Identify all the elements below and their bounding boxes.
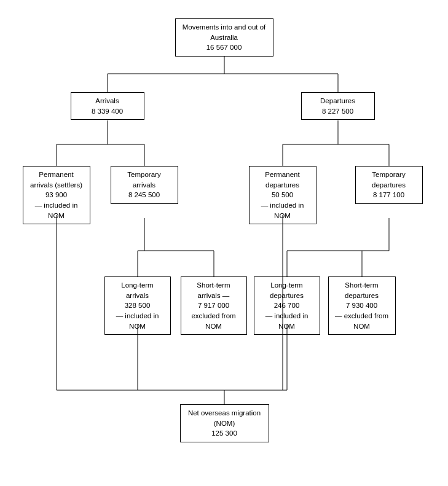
long-term-arrivals-text: Long-termarrivals328 500— included inNOM [116, 281, 159, 330]
arrivals-box: Arrivals 8 339 400 [71, 92, 144, 120]
boxes-layer: Movements into and out ofAustralia 16 56… [9, 12, 439, 479]
short-term-arrivals-text: Short-termarrivals —7 917 000excluded fr… [191, 281, 235, 330]
long-term-departures-box: Long-termdepartures246 700— included inN… [254, 276, 320, 335]
temporary-arrivals-label: Temporaryarrivals [127, 171, 160, 189]
temporary-arrivals-value: 8 245 500 [128, 191, 160, 198]
short-term-arrivals-box: Short-termarrivals —7 917 000excluded fr… [181, 276, 247, 335]
permanent-departures-box: Permanentdepartures50 500— included inNO… [249, 166, 316, 224]
nom-text: Net overseas migration(NOM)125 300 [188, 409, 261, 437]
permanent-departures-text: Permanentdepartures50 500— included inNO… [261, 171, 304, 219]
temporary-departures-value: 8 177 100 [373, 191, 404, 198]
permanent-arrivals-box: Permanentarrivals (settlers)93 900— incl… [23, 166, 90, 224]
departures-value: 8 227 500 [322, 108, 353, 115]
arrivals-value: 8 339 400 [92, 108, 123, 115]
nom-box: Net overseas migration(NOM)125 300 [180, 404, 269, 442]
root-value: 16 567 000 [206, 44, 242, 51]
temporary-departures-label: Temporarydepartures [372, 171, 406, 189]
diagram-container: Movements into and out ofAustralia 16 56… [9, 12, 439, 479]
departures-box: Departures 8 227 500 [301, 92, 375, 120]
diagram-wrap: Movements into and out ofAustralia 16 56… [9, 12, 439, 479]
root-box: Movements into and out ofAustralia 16 56… [175, 18, 273, 57]
permanent-arrivals-text: Permanentarrivals (settlers)93 900— incl… [30, 171, 82, 219]
short-term-departures-text: Short-termdepartures7 930 400— excluded … [335, 281, 388, 330]
departures-label: Departures [320, 97, 355, 104]
arrivals-label: Arrivals [95, 97, 119, 104]
long-term-arrivals-box: Long-termarrivals328 500— included inNOM [104, 276, 171, 335]
short-term-departures-box: Short-termdepartures7 930 400— excluded … [328, 276, 396, 335]
long-term-departures-text: Long-termdepartures246 700— included inN… [265, 281, 308, 330]
temporary-arrivals-box: Temporaryarrivals 8 245 500 [111, 166, 178, 204]
root-label: Movements into and out ofAustralia [183, 23, 266, 41]
temporary-departures-box: Temporarydepartures 8 177 100 [355, 166, 423, 204]
